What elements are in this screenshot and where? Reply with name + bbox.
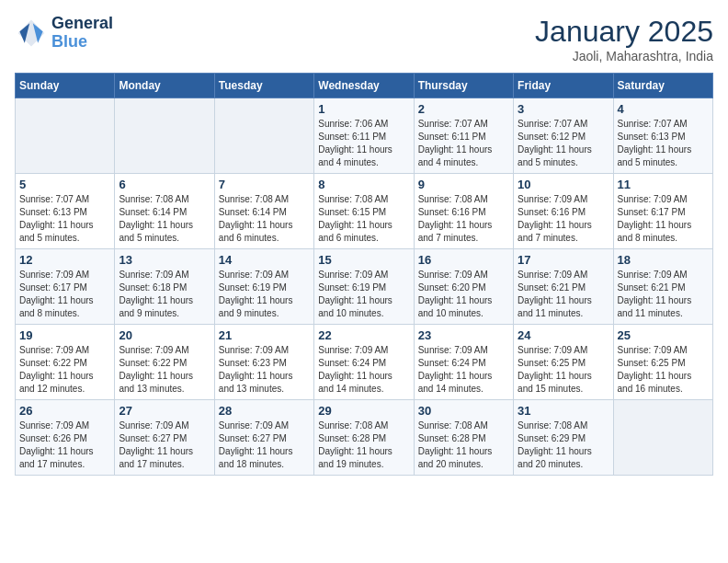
week-row-3: 12Sunrise: 7:09 AMSunset: 6:17 PMDayligh… (16, 249, 713, 325)
day-info: Sunrise: 7:09 AMSunset: 6:19 PMDaylight:… (318, 269, 409, 320)
weekday-header-row: SundayMondayTuesdayWednesdayThursdayFrid… (16, 74, 713, 98)
day-number: 11 (618, 178, 709, 191)
day-info: Sunrise: 7:09 AMSunset: 6:25 PMDaylight:… (518, 344, 609, 396)
calendar-cell (214, 98, 313, 174)
day-number: 24 (518, 328, 609, 342)
day-info: Sunrise: 7:09 AMSunset: 6:22 PMDaylight:… (119, 344, 210, 396)
page-header: General Blue January 2025 Jaoli, Maharas… (15, 15, 713, 63)
calendar-cell (16, 98, 115, 174)
weekday-header-saturday: Saturday (613, 74, 712, 98)
day-info: Sunrise: 7:09 AMSunset: 6:17 PMDaylight:… (19, 269, 110, 320)
calendar-cell: 19Sunrise: 7:09 AMSunset: 6:22 PMDayligh… (16, 325, 115, 400)
weekday-header-thursday: Thursday (414, 74, 513, 98)
day-number: 13 (119, 253, 210, 267)
day-number: 26 (19, 404, 110, 418)
day-info: Sunrise: 7:09 AMSunset: 6:21 PMDaylight:… (518, 269, 609, 320)
logo-text: General Blue (51, 15, 113, 52)
day-info: Sunrise: 7:09 AMSunset: 6:24 PMDaylight:… (318, 344, 409, 396)
weekday-header-monday: Monday (115, 74, 214, 98)
day-info: Sunrise: 7:08 AMSunset: 6:16 PMDaylight:… (418, 193, 509, 245)
day-number: 17 (518, 253, 609, 267)
calendar-cell (115, 98, 214, 174)
title-block: January 2025 Jaoli, Maharashtra, India (535, 15, 713, 63)
day-info: Sunrise: 7:09 AMSunset: 6:23 PMDaylight:… (219, 344, 310, 396)
day-number: 14 (219, 253, 310, 267)
day-number: 10 (518, 178, 609, 191)
calendar-cell (613, 400, 712, 476)
day-number: 3 (518, 102, 609, 116)
day-info: Sunrise: 7:06 AMSunset: 6:11 PMDaylight:… (318, 118, 409, 169)
day-number: 2 (418, 102, 509, 116)
day-info: Sunrise: 7:08 AMSunset: 6:29 PMDaylight:… (518, 419, 609, 471)
day-info: Sunrise: 7:08 AMSunset: 6:14 PMDaylight:… (119, 193, 210, 245)
day-info: Sunrise: 7:08 AMSunset: 6:14 PMDaylight:… (219, 193, 310, 245)
day-info: Sunrise: 7:09 AMSunset: 6:18 PMDaylight:… (119, 269, 210, 320)
day-info: Sunrise: 7:07 AMSunset: 6:13 PMDaylight:… (19, 193, 110, 245)
month-title: January 2025 (535, 15, 713, 49)
day-number: 1 (318, 102, 409, 116)
calendar-cell: 13Sunrise: 7:09 AMSunset: 6:18 PMDayligh… (115, 249, 214, 325)
calendar-cell: 23Sunrise: 7:09 AMSunset: 6:24 PMDayligh… (414, 325, 513, 400)
day-number: 15 (318, 253, 409, 267)
calendar-cell: 18Sunrise: 7:09 AMSunset: 6:21 PMDayligh… (613, 249, 712, 325)
calendar-cell: 5Sunrise: 7:07 AMSunset: 6:13 PMDaylight… (16, 174, 115, 249)
day-info: Sunrise: 7:09 AMSunset: 6:16 PMDaylight:… (518, 193, 609, 245)
day-info: Sunrise: 7:09 AMSunset: 6:21 PMDaylight:… (618, 269, 709, 320)
day-number: 20 (119, 328, 210, 342)
day-number: 19 (19, 328, 110, 342)
day-info: Sunrise: 7:07 AMSunset: 6:12 PMDaylight:… (518, 118, 609, 169)
weekday-header-wednesday: Wednesday (314, 74, 414, 98)
calendar-cell: 26Sunrise: 7:09 AMSunset: 6:26 PMDayligh… (16, 400, 115, 476)
calendar-cell: 28Sunrise: 7:09 AMSunset: 6:27 PMDayligh… (214, 400, 313, 476)
calendar-cell: 30Sunrise: 7:08 AMSunset: 6:28 PMDayligh… (414, 400, 513, 476)
calendar-cell: 21Sunrise: 7:09 AMSunset: 6:23 PMDayligh… (214, 325, 313, 400)
calendar-cell: 24Sunrise: 7:09 AMSunset: 6:25 PMDayligh… (514, 325, 613, 400)
day-info: Sunrise: 7:09 AMSunset: 6:25 PMDaylight:… (618, 344, 709, 396)
day-info: Sunrise: 7:09 AMSunset: 6:22 PMDaylight:… (19, 344, 110, 396)
day-number: 22 (318, 328, 409, 342)
day-info: Sunrise: 7:09 AMSunset: 6:20 PMDaylight:… (418, 269, 509, 320)
calendar-cell: 31Sunrise: 7:08 AMSunset: 6:29 PMDayligh… (514, 400, 613, 476)
calendar-cell: 20Sunrise: 7:09 AMSunset: 6:22 PMDayligh… (115, 325, 214, 400)
calendar-cell: 11Sunrise: 7:09 AMSunset: 6:17 PMDayligh… (613, 174, 712, 249)
calendar-cell: 4Sunrise: 7:07 AMSunset: 6:13 PMDaylight… (613, 98, 712, 174)
day-info: Sunrise: 7:07 AMSunset: 6:11 PMDaylight:… (418, 118, 509, 169)
logo-icon (15, 17, 48, 50)
calendar-cell: 17Sunrise: 7:09 AMSunset: 6:21 PMDayligh… (514, 249, 613, 325)
calendar-cell: 29Sunrise: 7:08 AMSunset: 6:28 PMDayligh… (314, 400, 414, 476)
day-number: 23 (418, 328, 509, 342)
day-number: 27 (119, 404, 210, 418)
day-number: 8 (318, 178, 409, 191)
calendar-cell: 8Sunrise: 7:08 AMSunset: 6:15 PMDaylight… (314, 174, 414, 249)
day-info: Sunrise: 7:08 AMSunset: 6:28 PMDaylight:… (318, 419, 409, 471)
logo: General Blue (15, 15, 113, 52)
weekday-header-tuesday: Tuesday (214, 74, 313, 98)
day-number: 4 (618, 102, 709, 116)
week-row-5: 26Sunrise: 7:09 AMSunset: 6:26 PMDayligh… (16, 400, 713, 476)
calendar-cell: 12Sunrise: 7:09 AMSunset: 6:17 PMDayligh… (16, 249, 115, 325)
day-number: 30 (418, 404, 509, 418)
calendar-cell: 14Sunrise: 7:09 AMSunset: 6:19 PMDayligh… (214, 249, 313, 325)
day-number: 16 (418, 253, 509, 267)
day-info: Sunrise: 7:09 AMSunset: 6:27 PMDaylight:… (119, 419, 210, 471)
calendar-cell: 7Sunrise: 7:08 AMSunset: 6:14 PMDaylight… (214, 174, 313, 249)
day-info: Sunrise: 7:08 AMSunset: 6:15 PMDaylight:… (318, 193, 409, 245)
weekday-header-friday: Friday (514, 74, 613, 98)
day-number: 12 (19, 253, 110, 267)
day-info: Sunrise: 7:09 AMSunset: 6:26 PMDaylight:… (19, 419, 110, 471)
week-row-4: 19Sunrise: 7:09 AMSunset: 6:22 PMDayligh… (16, 325, 713, 400)
week-row-1: 1Sunrise: 7:06 AMSunset: 6:11 PMDaylight… (16, 98, 713, 174)
calendar-table: SundayMondayTuesdayWednesdayThursdayFrid… (15, 73, 713, 476)
calendar-cell: 6Sunrise: 7:08 AMSunset: 6:14 PMDaylight… (115, 174, 214, 249)
calendar-cell: 9Sunrise: 7:08 AMSunset: 6:16 PMDaylight… (414, 174, 513, 249)
day-number: 28 (219, 404, 310, 418)
location-subtitle: Jaoli, Maharashtra, India (535, 49, 713, 63)
day-number: 5 (19, 178, 110, 191)
weekday-header-sunday: Sunday (16, 74, 115, 98)
day-number: 6 (119, 178, 210, 191)
day-info: Sunrise: 7:08 AMSunset: 6:28 PMDaylight:… (418, 419, 509, 471)
day-info: Sunrise: 7:09 AMSunset: 6:17 PMDaylight:… (618, 193, 709, 245)
calendar-cell: 25Sunrise: 7:09 AMSunset: 6:25 PMDayligh… (613, 325, 712, 400)
calendar-cell: 27Sunrise: 7:09 AMSunset: 6:27 PMDayligh… (115, 400, 214, 476)
calendar-cell: 3Sunrise: 7:07 AMSunset: 6:12 PMDaylight… (514, 98, 613, 174)
